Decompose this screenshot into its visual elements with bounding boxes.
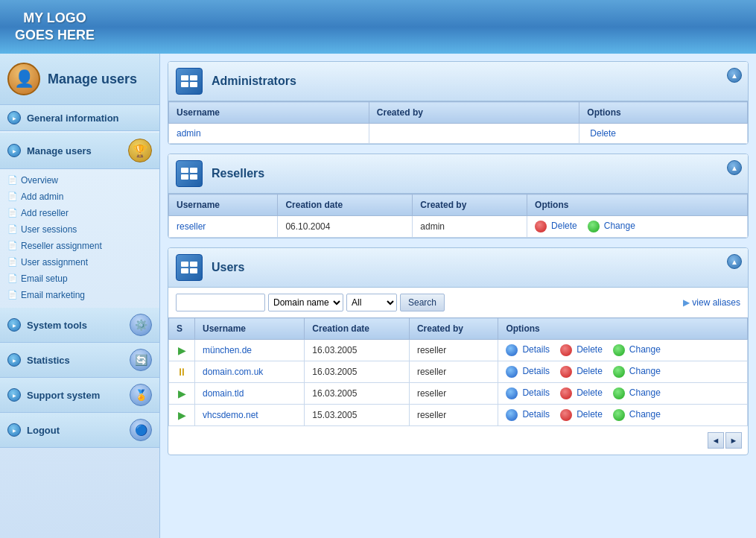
details-icon bbox=[506, 344, 518, 356]
user-created-by-cell: reseller bbox=[409, 405, 498, 426]
resellers-panel-icon bbox=[176, 160, 203, 187]
logout-icon bbox=[7, 423, 21, 437]
users-col-creation-date: Creation date bbox=[305, 318, 410, 340]
delete-icon bbox=[560, 366, 572, 378]
user-username-link[interactable]: domain.com.uk bbox=[203, 367, 263, 377]
user-username-cell: domain.com.uk bbox=[195, 361, 305, 383]
general-info-icon bbox=[7, 111, 21, 124]
resellers-collapse-button[interactable]: ▲ bbox=[727, 160, 742, 175]
sidebar-link-user-assignment[interactable]: User assignment bbox=[0, 254, 159, 270]
resellers-table: Username Creation date Created by Option… bbox=[168, 194, 748, 238]
sidebar: 👤 Manage users General information Manag… bbox=[0, 54, 160, 538]
sidebar-nav-manage-users: Overview Add admin Add reseller User ses… bbox=[0, 169, 159, 306]
admin-options-cell: Delete bbox=[579, 124, 748, 144]
user-username-cell: domain.tld bbox=[195, 383, 305, 405]
reseller-options-cell: Delete Change bbox=[527, 216, 748, 238]
user-delete-link[interactable]: Delete bbox=[576, 366, 603, 376]
user-delete-link[interactable]: Delete bbox=[576, 387, 603, 398]
sidebar-item-manage-users[interactable]: Manage users 🏆 bbox=[0, 133, 159, 169]
users-collapse-button[interactable]: ▲ bbox=[727, 254, 742, 269]
sidebar-item-general-information[interactable]: General information bbox=[0, 105, 159, 131]
sidebar-link-email-setup[interactable]: Email setup bbox=[0, 270, 159, 287]
sidebar-manage-users-label: Manage users bbox=[48, 72, 137, 87]
change-icon bbox=[613, 344, 625, 356]
delete-icon bbox=[560, 387, 572, 399]
user-details-link[interactable]: Details bbox=[522, 387, 550, 398]
pagination: ◄ ► bbox=[168, 426, 748, 455]
search-button[interactable]: Search bbox=[400, 294, 445, 311]
user-delete-link[interactable]: Delete bbox=[576, 409, 603, 420]
user-details-link[interactable]: Details bbox=[522, 344, 550, 355]
user-status-cell: ▶ bbox=[169, 383, 195, 405]
administrators-collapse-button[interactable]: ▲ bbox=[727, 68, 742, 83]
users-col-username: Username bbox=[195, 318, 305, 340]
user-status-cell: ⏸ bbox=[169, 361, 195, 383]
user-username-link[interactable]: münchen.de bbox=[203, 345, 252, 355]
sidebar-item-statistics[interactable]: Statistics 🔄 bbox=[0, 343, 159, 378]
user-username-link[interactable]: vhcsdemo.net bbox=[203, 410, 258, 420]
statistics-icon bbox=[7, 353, 21, 367]
admin-delete-link[interactable]: Delete bbox=[590, 128, 616, 139]
system-tools-section-icon: ⚙️ bbox=[130, 314, 152, 336]
statistics-section-icon: 🔄 bbox=[130, 349, 152, 371]
user-created-by-cell: reseller bbox=[409, 361, 498, 383]
filter-select[interactable]: Domain name Username bbox=[268, 294, 343, 311]
sidebar-item-support-system[interactable]: Support system 🏅 bbox=[0, 378, 159, 413]
search-input[interactable] bbox=[176, 294, 265, 311]
next-page-button[interactable]: ► bbox=[725, 432, 742, 449]
sidebar-link-reseller-assignment[interactable]: Reseller assignment bbox=[0, 238, 159, 254]
user-change-link[interactable]: Change bbox=[629, 387, 661, 398]
sidebar-link-add-reseller[interactable]: Add reseller bbox=[0, 205, 159, 221]
admin-username-cell: admin bbox=[169, 124, 369, 144]
user-creation-date-cell: 15.03.2005 bbox=[305, 405, 410, 426]
user-details-link[interactable]: Details bbox=[522, 409, 550, 420]
reseller-delete-link[interactable]: Delete bbox=[551, 221, 577, 231]
logo: MY LOGO GOES HERE bbox=[15, 10, 95, 45]
details-icon bbox=[506, 387, 518, 399]
user-change-link[interactable]: Change bbox=[629, 409, 661, 420]
sidebar-link-add-admin[interactable]: Add admin bbox=[0, 189, 159, 205]
sidebar-manage-users-nav-label: Manage users bbox=[27, 145, 92, 156]
sidebar-link-user-sessions[interactable]: User sessions bbox=[0, 221, 159, 238]
view-aliases-link[interactable]: view aliases bbox=[683, 297, 740, 308]
delete-icon bbox=[560, 409, 572, 421]
prev-page-button[interactable]: ◄ bbox=[708, 432, 724, 449]
users-table: S Username Creation date Created by Opti… bbox=[168, 317, 748, 426]
table-row: ▶ domain.tld 16.03.2005 reseller Details… bbox=[169, 383, 748, 405]
user-change-link[interactable]: Change bbox=[629, 344, 661, 355]
user-delete-link[interactable]: Delete bbox=[576, 344, 603, 355]
users-search-bar: Domain name Username All Active Inactive… bbox=[168, 288, 748, 317]
sidebar-item-logout[interactable]: Logout 🔵 bbox=[0, 413, 159, 448]
user-change-link[interactable]: Change bbox=[629, 366, 661, 376]
change-icon bbox=[588, 221, 600, 232]
manage-users-nav-icon bbox=[7, 144, 21, 157]
admin-username-link[interactable]: admin bbox=[177, 128, 201, 139]
user-status-cell: ▶ bbox=[169, 340, 195, 361]
manage-users-avatar: 👤 bbox=[7, 63, 40, 95]
status-icon-yellow: ⏸ bbox=[177, 366, 187, 378]
status-icon-green: ▶ bbox=[178, 409, 186, 421]
reseller-username-cell: reseller bbox=[169, 216, 278, 238]
logout-section-icon: 🔵 bbox=[130, 419, 152, 441]
sidebar-item-system-tools[interactable]: System tools ⚙️ bbox=[0, 308, 159, 343]
users-panel-header: Users ▲ bbox=[168, 248, 748, 288]
sidebar-manage-users-header: 👤 Manage users bbox=[0, 54, 159, 105]
reseller-username-link[interactable]: reseller bbox=[177, 221, 206, 232]
reseller-change-link[interactable]: Change bbox=[604, 221, 635, 231]
sidebar-link-email-marketing[interactable]: Email marketing bbox=[0, 287, 159, 303]
status-icon-green: ▶ bbox=[178, 344, 186, 356]
user-username-cell: vhcsdemo.net bbox=[195, 405, 305, 426]
resellers-panel-header: Resellers ▲ bbox=[168, 154, 748, 194]
change-icon bbox=[613, 409, 625, 421]
scope-select[interactable]: All Active Inactive bbox=[346, 294, 397, 311]
user-status-cell: ▶ bbox=[169, 405, 195, 426]
administrators-panel-icon bbox=[176, 68, 203, 95]
table-row: ▶ münchen.de 16.03.2005 reseller Details… bbox=[169, 340, 748, 361]
user-username-link[interactable]: domain.tld bbox=[203, 388, 244, 399]
administrators-table: Username Created by Options admin Delete bbox=[168, 101, 748, 144]
user-details-link[interactable]: Details bbox=[522, 366, 550, 376]
delete-icon bbox=[535, 221, 547, 232]
main-content: Administrators ▲ Username Created by Opt… bbox=[160, 54, 756, 538]
sidebar-link-overview[interactable]: Overview bbox=[0, 172, 159, 189]
header: MY LOGO GOES HERE bbox=[0, 0, 756, 54]
